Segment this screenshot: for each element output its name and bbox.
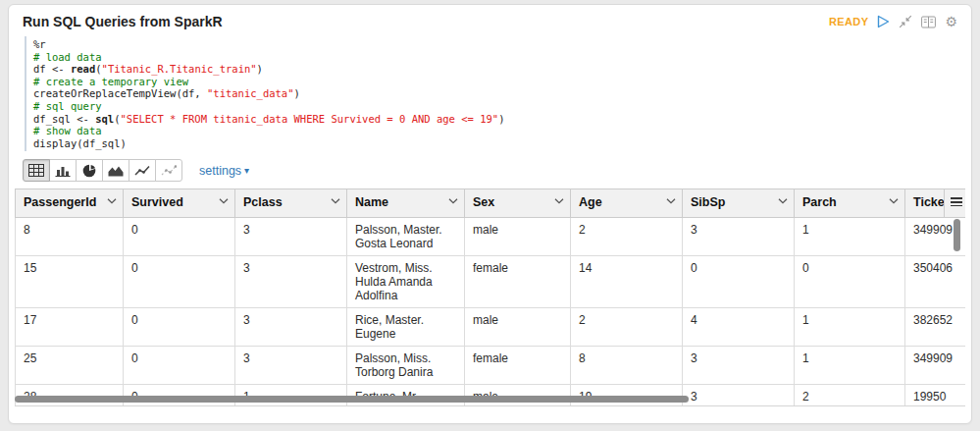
- code-line: # load data: [33, 51, 965, 64]
- code-line: # show data: [33, 125, 965, 137]
- caret-down-icon: ▾: [244, 166, 249, 176]
- line-chart-icon: [134, 164, 150, 177]
- table-cell: 0: [683, 256, 795, 308]
- table-row: 803Palsson, Master. Gosta Leonardmale231…: [16, 218, 966, 256]
- column-header-age[interactable]: Age: [571, 189, 683, 218]
- table-cell: 1: [795, 347, 905, 385]
- table-cell: male: [465, 218, 571, 256]
- notebook-icon[interactable]: [921, 16, 936, 28]
- status-badge: READY: [829, 16, 869, 27]
- table-header: PassengerIdSurvivedPclassNameSexAgeSibSp…: [16, 189, 966, 218]
- column-header-parch[interactable]: Parch: [795, 189, 905, 218]
- table-cell: 0: [124, 256, 235, 308]
- chevron-down-icon[interactable]: [448, 198, 458, 204]
- column-header-survived[interactable]: Survived: [124, 189, 235, 218]
- chevron-down-icon[interactable]: [219, 198, 229, 204]
- result-table: PassengerIdSurvivedPclassNameSexAgeSibSp…: [15, 189, 965, 406]
- chevron-down-icon[interactable]: [666, 198, 676, 204]
- table-cell: female: [465, 256, 571, 308]
- code-token: ): [498, 113, 504, 125]
- result-table-container: PassengerIdSurvivedPclassNameSexAgeSibSp…: [15, 189, 965, 406]
- table-row: 1703Rice, Master. Eugenemale241382652: [16, 308, 966, 347]
- column-label: Pclass: [243, 195, 283, 209]
- chevron-down-icon[interactable]: [778, 198, 788, 204]
- code-token: display(df_sql): [33, 137, 127, 149]
- hamburger-icon: [951, 195, 962, 208]
- chevron-down-icon[interactable]: [554, 198, 564, 204]
- table-cell: 382652: [905, 308, 966, 347]
- area-chart-view-button[interactable]: [102, 159, 129, 182]
- code-token: ): [257, 63, 263, 75]
- code-editor[interactable]: %r# load datadf <- read("Titanic_R.Titan…: [25, 36, 965, 151]
- table-cell: 3: [235, 308, 347, 347]
- chevron-down-icon[interactable]: [107, 198, 117, 204]
- settings-label: settings: [199, 164, 241, 178]
- table-cell: 14: [571, 256, 683, 308]
- chevron-down-icon[interactable]: [331, 198, 340, 204]
- table-icon: [28, 164, 44, 177]
- column-label: Survived: [131, 195, 183, 209]
- bar-chart-view-button[interactable]: [49, 159, 77, 182]
- area-chart-icon: [108, 164, 124, 177]
- chevron-down-icon[interactable]: [889, 198, 899, 204]
- table-cell: 0: [124, 347, 235, 385]
- column-label: Sex: [473, 195, 494, 209]
- table-cell: 3: [683, 385, 795, 407]
- table-cell: 25: [16, 347, 124, 385]
- column-label: PassengerId: [24, 195, 96, 209]
- table-cell: 0: [124, 218, 235, 256]
- table-cell: 3: [235, 218, 347, 256]
- horizontal-scrollbar[interactable]: [15, 396, 689, 403]
- code-token: createOrReplaceTempView(df,: [33, 87, 207, 99]
- table-cell: Palsson, Master. Gosta Leonard: [347, 218, 465, 256]
- code-line: df_sql <- sql("SELECT * FROM titanic_dat…: [33, 113, 965, 126]
- table-cell: 3: [235, 256, 347, 308]
- code-line: # create a temporary view: [33, 76, 965, 88]
- table-view-button[interactable]: [23, 159, 50, 182]
- table-cell: Palsson, Miss. Torborg Danira: [347, 347, 465, 385]
- code-token: sql: [95, 113, 114, 125]
- gear-icon[interactable]: ⚙: [945, 15, 957, 28]
- settings-dropdown[interactable]: settings ▾: [199, 164, 249, 178]
- table-cell: 0: [124, 308, 235, 347]
- cell-header: Run SQL Queries from SparkR READY ⚙: [15, 14, 965, 29]
- column-header-ticket[interactable]: Ticket: [905, 189, 945, 218]
- vertical-scrollbar[interactable]: [954, 219, 960, 251]
- code-token: # create a temporary view: [33, 76, 188, 87]
- code-token: "SELECT * FROM titanic_data WHERE Surviv…: [121, 113, 499, 125]
- column-header-name[interactable]: Name: [347, 189, 465, 218]
- table-cell: 2: [795, 385, 905, 407]
- table-cell: Vestrom, Miss. Hulda Amanda Adolfina: [347, 256, 465, 308]
- table-cell: 3: [683, 218, 795, 256]
- pie-chart-icon: [82, 164, 96, 178]
- code-token: "Titanic_R.Titanic_train": [102, 63, 257, 75]
- table-menu-button[interactable]: [945, 189, 966, 218]
- column-header-passengerid[interactable]: PassengerId: [16, 189, 124, 218]
- code-token: # sql query: [33, 100, 102, 112]
- column-header-pclass[interactable]: Pclass: [235, 189, 347, 218]
- scatter-plot-view-button[interactable]: [155, 159, 182, 182]
- table-cell: female: [465, 347, 571, 385]
- result-toolbar: settings ▾: [23, 159, 965, 182]
- table-cell: 1: [795, 218, 905, 256]
- code-line: display(df_sql): [33, 137, 965, 150]
- column-header-sibsp[interactable]: SibSp: [683, 189, 795, 218]
- column-header-sex[interactable]: Sex: [465, 189, 571, 218]
- collapse-icon[interactable]: [899, 15, 912, 28]
- table-cell: 349909: [905, 347, 966, 385]
- table-cell: 8: [571, 347, 683, 385]
- pie-chart-view-button[interactable]: [76, 159, 103, 182]
- table-cell: 8: [16, 218, 124, 256]
- code-token: df <-: [33, 63, 71, 75]
- table-cell: male: [465, 308, 571, 347]
- code-line: %r: [33, 38, 965, 51]
- view-switcher: [23, 159, 182, 182]
- line-chart-view-button[interactable]: [129, 159, 156, 182]
- table-cell: 19950: [905, 385, 966, 407]
- table-cell: 2: [571, 308, 683, 347]
- code-line: df <- read("Titanic_R.Titanic_train"): [33, 63, 965, 76]
- run-play-icon[interactable]: [877, 15, 890, 28]
- table-cell: 4: [683, 308, 795, 347]
- bar-chart-icon: [55, 164, 71, 177]
- table-row: 2503Palsson, Miss. Torborg Danirafemale8…: [16, 347, 966, 385]
